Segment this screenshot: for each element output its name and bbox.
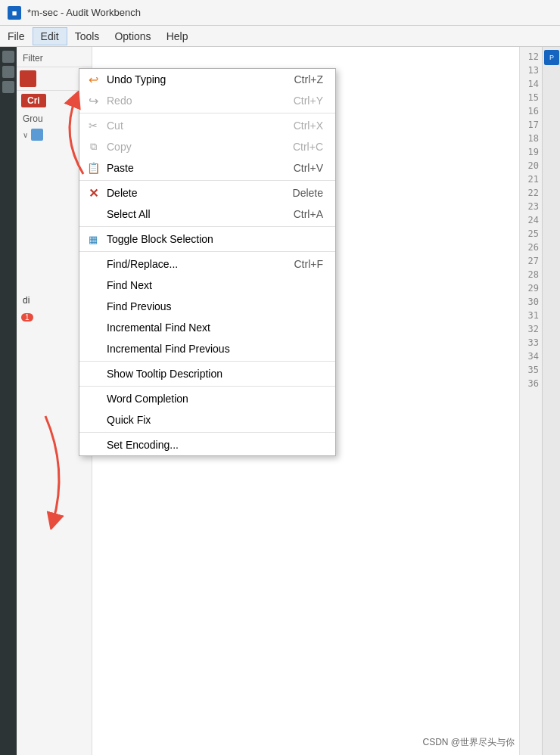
wordcompletion-icon [86,391,101,406]
line-numbers-panel: 12 13 14 15 16 17 18 19 20 21 22 23 24 2… [519,47,542,755]
redo-icon: ↪ [86,93,101,108]
menu-item-findreplace[interactable]: Find/Replace... Ctrl+F [79,253,335,275]
right-panel-icon-p[interactable]: P [544,50,559,65]
separator-7 [79,432,335,433]
menu-item-setencoding[interactable]: Set Encoding... [79,434,335,455]
menu-item-quickfix[interactable]: Quick Fix [79,409,335,430]
quickfix-label: Quick Fix [107,414,293,426]
undo-shortcut: Ctrl+Z [294,73,324,85]
title-bar: ■ *m-sec - Audit Workbench [0,0,560,26]
selectall-shortcut: Ctrl+A [294,208,323,220]
menu-tools[interactable]: Tools [67,28,107,45]
edit-dropdown-menu: ↩ Undo Typing Ctrl+Z ↪ Redo Ctrl+Y ✂ Cut [79,68,336,456]
menu-item-undo[interactable]: ↩ Undo Typing Ctrl+Z [79,69,335,90]
left-sidebar-narrow [0,47,17,755]
menu-item-toggleblock[interactable]: ▦ Toggle Block Selection [79,228,335,250]
line-number-17: 17 [520,118,539,132]
cut-label: Cut [107,120,263,132]
toggleblock-label: Toggle Block Selection [107,233,293,245]
menu-item-delete[interactable]: ✕ Delete Delete [79,182,335,204]
line-number-35: 35 [520,363,539,377]
app-icon: ■ [8,6,21,20]
line-number-27: 27 [520,254,539,268]
menu-item-tooltip[interactable]: Show Tooltip Description [79,363,335,384]
incfindnext-icon [86,320,101,335]
menu-item-selectall[interactable]: Select All Ctrl+A [79,204,335,225]
menu-file[interactable]: File [0,28,33,45]
menu-item-wordcompletion[interactable]: Word Completion [79,388,335,409]
menu-bar: File Edit Tools Options Help [0,26,560,47]
sidebar-red-block [20,70,36,87]
toggleblock-icon: ▦ [86,231,101,247]
sidebar-filter-label: Filter [17,50,92,67]
quickfix-icon [86,412,101,427]
line-number-29: 29 [520,281,539,295]
findreplace-label: Find/Replace... [107,258,264,270]
title-text: *m-sec - Audit Workbench [27,7,141,18]
sidebar-badge: 1 [21,313,33,322]
menu-item-copy[interactable]: ⧉ Copy Ctrl+C [79,136,335,157]
tooltip-icon [86,366,101,381]
tooltip-label: Show Tooltip Description [107,368,293,380]
separator-4 [79,251,335,252]
menu-item-redo[interactable]: ↪ Redo Ctrl+Y [79,90,335,111]
paste-label: Paste [107,162,263,174]
copy-label: Copy [107,141,263,153]
line-number-23: 23 [520,200,539,213]
watermark: CSDN @世界尽头与你 [422,736,515,749]
line-number-16: 16 [520,104,539,118]
findreplace-shortcut: Ctrl+F [294,258,324,270]
line-number-22: 22 [520,186,539,200]
cut-icon: ✂ [86,118,101,133]
line-number-32: 32 [520,322,539,336]
findnext-icon [86,278,101,293]
incfindprev-label: Incremental Find Previous [107,343,293,355]
line-number-24: 24 [520,213,539,227]
copy-shortcut: Ctrl+C [293,141,323,153]
copy-icon: ⧉ [86,139,101,154]
separator-2 [79,180,335,181]
line-number-21: 21 [520,172,539,186]
findprev-icon [86,299,101,314]
wordcompletion-label: Word Completion [107,393,293,405]
menu-item-incfindprev[interactable]: Incremental Find Previous [79,338,335,359]
menu-item-findnext[interactable]: Find Next [79,275,335,296]
sidebar-cri-badge: Cri [21,94,46,107]
menu-item-cut[interactable]: ✂ Cut Ctrl+X [79,115,335,136]
delete-icon: ✕ [86,185,101,200]
findreplace-icon [86,256,101,272]
menu-help[interactable]: Help [159,28,196,45]
separator-1 [79,113,335,113]
line-number-31: 31 [520,309,539,322]
menu-edit[interactable]: Edit [33,27,67,45]
line-number-18: 18 [520,132,539,145]
separator-6 [79,386,335,387]
sidebar-item-icon-blue [31,129,43,141]
menu-item-paste[interactable]: 📋 Paste Ctrl+V [79,157,335,179]
line-number-14: 14 [520,77,539,91]
sidebar-dot-3 [2,81,14,93]
redo-shortcut: Ctrl+Y [294,95,323,107]
findnext-label: Find Next [107,279,293,291]
line-number-28: 28 [520,268,539,281]
delete-label: Delete [107,187,263,199]
paste-shortcut: Ctrl+V [294,162,323,174]
incfindnext-label: Incremental Find Next [107,322,293,334]
sidebar-item-label: di [23,295,30,306]
menu-item-incfindnext[interactable]: Incremental Find Next [79,317,335,338]
redo-label: Redo [107,95,263,107]
line-number-25: 25 [520,227,539,241]
selectall-label: Select All [107,208,263,220]
menu-options[interactable]: Options [107,28,158,45]
line-number-13: 13 [520,64,539,77]
undo-label: Undo Typing [107,73,264,85]
expand-icon: ∨ [23,131,28,139]
separator-5 [79,361,335,362]
menu-item-findprev[interactable]: Find Previous [79,296,335,317]
separator-3 [79,226,335,227]
line-number-33: 33 [520,336,539,350]
setencoding-icon [86,437,101,452]
line-number-15: 15 [520,91,539,104]
line-number-20: 20 [520,159,539,172]
line-number-36: 36 [520,377,539,390]
